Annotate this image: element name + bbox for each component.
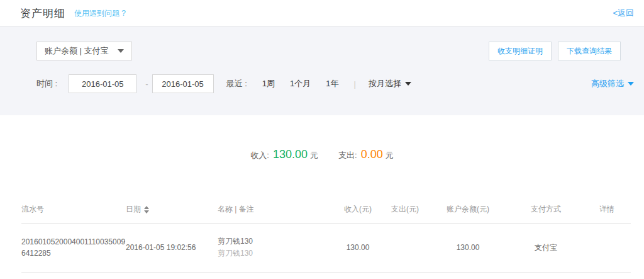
expense-label: 支出: xyxy=(338,150,357,161)
cell-date: 2016-01-05 19:02:56 xyxy=(126,223,218,272)
filter-section: 账户余额 | 支付宝 收支明细证明 下载查询结果 时间 : - 最近 : 1周 … xyxy=(0,27,644,115)
col-header-date-label: 日期 xyxy=(126,204,141,215)
filter-row-account: 账户余额 | 支付宝 收支明细证明 下载查询结果 xyxy=(0,27,644,60)
col-header-detail: 详情 xyxy=(583,196,631,223)
cell-payment-method: 支付宝 xyxy=(509,223,583,272)
expense-unit: 元 xyxy=(386,150,394,161)
account-select-value: 账户余额 | 支付宝 xyxy=(45,45,109,57)
recent-label: 最近 : xyxy=(226,78,247,89)
col-header-date[interactable]: 日期 xyxy=(126,196,218,223)
quick-range-1year[interactable]: 1年 xyxy=(326,78,338,89)
chevron-down-icon xyxy=(405,82,411,86)
cell-expense xyxy=(383,223,427,272)
expense-value: 0.00 xyxy=(361,148,383,161)
col-header-payment-method: 支付方式 xyxy=(509,196,583,223)
date-from-input[interactable] xyxy=(69,74,136,93)
page-header: 资产明细 使用遇到问题 ? <返回 xyxy=(0,0,644,27)
cell-name-remark: 剪刀钱130 剪刀钱130 xyxy=(218,223,333,272)
transactions-table: 流水号 日期 名称 | 备注 收入(元) 支出(元) 账户余额(元) 支付方式 … xyxy=(21,196,631,273)
quick-range-1month[interactable]: 1个月 xyxy=(290,78,311,89)
col-header-expense: 支出(元) xyxy=(383,196,427,223)
income-label: 收入: xyxy=(250,150,269,161)
time-label: 时间 : xyxy=(36,78,57,89)
cell-detail xyxy=(583,223,631,272)
month-select[interactable]: 按月选择 xyxy=(369,78,411,89)
col-header-income: 收入(元) xyxy=(333,196,383,223)
income-unit: 元 xyxy=(310,150,318,161)
summary-bar: 收入: 130.00 元 支出: 0.00 元 xyxy=(0,148,644,161)
table-header-row: 流水号 日期 名称 | 备注 收入(元) 支出(元) 账户余额(元) 支付方式 … xyxy=(21,196,631,223)
help-link[interactable]: 使用遇到问题 ? xyxy=(74,8,126,19)
chevron-down-icon xyxy=(628,82,634,86)
transaction-name: 剪刀钱130 xyxy=(218,236,333,248)
cell-income: 130.00 xyxy=(333,223,383,272)
filter-row-time: 时间 : - 最近 : 1周 1个月 1年 | 按月选择 高级筛选 xyxy=(0,74,644,93)
chevron-down-icon xyxy=(118,49,124,53)
advanced-filter-label: 高级筛选 xyxy=(591,78,624,89)
col-header-serial: 流水号 xyxy=(21,196,126,223)
transaction-remark: 剪刀钱130 xyxy=(218,248,333,259)
download-results-button[interactable]: 下载查询结果 xyxy=(558,42,621,60)
col-header-balance: 账户余额(元) xyxy=(427,196,509,223)
quick-range-1week[interactable]: 1周 xyxy=(262,78,275,89)
month-select-label: 按月选择 xyxy=(369,78,401,89)
cell-serial: 20160105200040011100350096412285 xyxy=(21,223,126,272)
vertical-divider: | xyxy=(354,79,356,89)
certificate-button[interactable]: 收支明细证明 xyxy=(489,42,552,60)
account-select[interactable]: 账户余额 | 支付宝 xyxy=(36,42,132,60)
back-link[interactable]: <返回 xyxy=(613,8,634,19)
range-dash: - xyxy=(145,79,148,89)
income-value: 130.00 xyxy=(273,148,308,161)
col-header-name-remark: 名称 | 备注 xyxy=(218,196,333,223)
sort-icon[interactable] xyxy=(144,206,149,214)
cell-balance: 130.00 xyxy=(427,223,509,272)
date-to-input[interactable] xyxy=(152,74,214,93)
page-title: 资产明细 xyxy=(20,6,65,21)
table-row: 20160105200040011100350096412285 2016-01… xyxy=(21,223,631,272)
advanced-filter[interactable]: 高级筛选 xyxy=(591,78,634,89)
